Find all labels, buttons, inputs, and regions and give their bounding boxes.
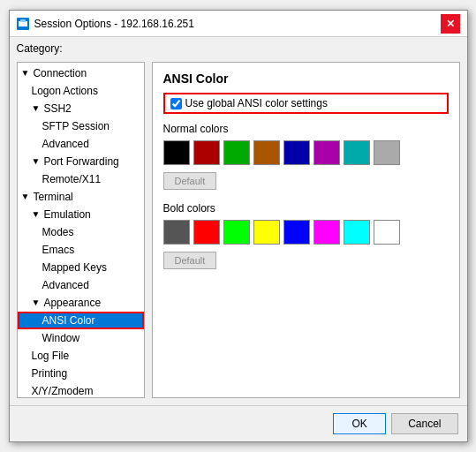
cancel-button[interactable]: Cancel	[391, 413, 457, 434]
title-bar-left: Session Options - 192.168.16.251	[17, 18, 194, 30]
color-swatch[interactable]	[344, 140, 370, 165]
bold-colors-label: Bold colors	[163, 202, 449, 215]
dialog-title: Session Options - 192.168.16.251	[34, 18, 194, 30]
color-swatch[interactable]	[374, 140, 400, 165]
normal-colors-label: Normal colors	[163, 123, 449, 135]
sidebar-item-emacs[interactable]: Emacs	[18, 241, 144, 259]
sidebar-item-emulation[interactable]: ▼Emulation	[18, 206, 144, 223]
sidebar-item-printing[interactable]: Printing	[18, 365, 144, 382]
color-swatch[interactable]	[283, 140, 310, 165]
color-swatch[interactable]	[223, 220, 250, 245]
bold-color-grid	[163, 220, 449, 245]
sidebar-item-ansi-color[interactable]: ANSI Color	[18, 312, 144, 329]
normal-color-grid	[163, 140, 449, 165]
sidebar-item-advanced-conn[interactable]: Advanced	[18, 135, 144, 153]
title-bar: Session Options - 192.168.16.251 ✕	[10, 11, 467, 37]
sidebar-item-sftp-session[interactable]: SFTP Session	[18, 117, 144, 135]
global-ansi-label: Use global ANSI color settings	[185, 97, 328, 109]
sidebar-item-log-file[interactable]: Log File	[18, 347, 144, 365]
sidebar-item-appearance[interactable]: ▼Appearance	[18, 294, 144, 312]
sidebar-item-mapped-keys[interactable]: Mapped Keys	[18, 259, 144, 276]
color-swatch[interactable]	[253, 140, 280, 165]
ok-button[interactable]: OK	[333, 413, 386, 434]
content-area: ANSI Color Use global ANSI color setting…	[152, 62, 460, 398]
sidebar-item-port-forwarding[interactable]: ▼Port Forwarding	[18, 153, 144, 170]
dialog-footer: OK Cancel	[10, 405, 467, 441]
sidebar-item-connection[interactable]: ▼Connection	[18, 64, 144, 82]
sidebar-item-ssh2[interactable]: ▼SSH2	[18, 100, 144, 117]
content-title: ANSI Color	[163, 72, 449, 86]
color-swatch[interactable]	[163, 220, 190, 245]
session-options-dialog: Session Options - 192.168.16.251 ✕ Categ…	[9, 10, 468, 442]
sidebar-item-advanced-term[interactable]: Advanced	[18, 276, 144, 294]
category-tree[interactable]: ▼ConnectionLogon Actions▼SSH2SFTP Sessio…	[17, 62, 145, 398]
color-swatch[interactable]	[283, 220, 310, 245]
color-swatch[interactable]	[314, 220, 340, 245]
sidebar-item-window[interactable]: Window	[18, 329, 144, 347]
global-ansi-checkbox[interactable]	[170, 98, 182, 109]
category-label: Category:	[17, 42, 63, 55]
color-swatch[interactable]	[193, 140, 220, 165]
color-swatch[interactable]	[193, 220, 220, 245]
sidebar-item-terminal[interactable]: ▼Terminal	[18, 188, 144, 206]
normal-default-button[interactable]: Default	[163, 172, 217, 190]
color-swatch[interactable]	[344, 220, 370, 245]
sidebar-item-xyz[interactable]: X/Y/Zmodem	[18, 382, 144, 398]
close-button[interactable]: ✕	[441, 14, 460, 34]
color-swatch[interactable]	[314, 140, 340, 165]
color-swatch[interactable]	[253, 220, 280, 245]
bold-default-button[interactable]: Default	[163, 252, 217, 269]
sidebar-item-modes[interactable]: Modes	[18, 223, 144, 241]
color-swatch[interactable]	[163, 140, 190, 165]
sidebar-item-logon-actions[interactable]: Logon Actions	[18, 82, 144, 100]
dialog-body: ▼ConnectionLogon Actions▼SSH2SFTP Sessio…	[10, 55, 467, 405]
sidebar-item-remote-x11[interactable]: Remote/X11	[18, 170, 144, 188]
dialog-icon	[17, 18, 29, 30]
global-ansi-checkbox-row: Use global ANSI color settings	[163, 93, 449, 114]
color-swatch[interactable]	[223, 140, 250, 165]
color-swatch[interactable]	[374, 220, 400, 245]
svg-rect-2	[20, 19, 26, 22]
